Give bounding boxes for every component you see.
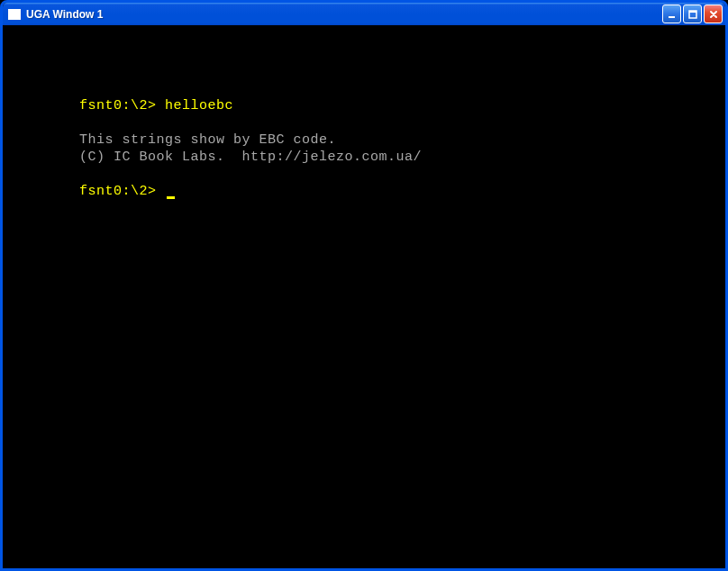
command-line-2: fsnt0:\2> (79, 183, 725, 200)
app-icon (8, 9, 21, 20)
close-icon (708, 9, 719, 20)
maximize-icon (687, 9, 698, 20)
close-button[interactable] (704, 5, 723, 23)
svg-rect-0 (669, 16, 675, 18)
application-window: UGA Window 1 fsnt0:\2> helloebc (0, 0, 728, 571)
output-line-1: This strings show by EBC code. (79, 131, 725, 149)
svg-rect-2 (689, 11, 696, 13)
window-controls (662, 5, 723, 23)
cursor (167, 196, 175, 199)
command-line-1: fsnt0:\2> helloebc (79, 97, 725, 114)
prompt-1: fsnt0:\2> (79, 98, 165, 113)
window-title: UGA Window 1 (26, 8, 662, 21)
output-line-2: (C) IC Book Labs. http://jelezo.com.ua/ (79, 149, 725, 166)
terminal-area[interactable]: fsnt0:\2> helloebc This strings show by … (3, 25, 725, 568)
command-1: helloebc (165, 98, 233, 113)
minimize-icon (667, 9, 678, 20)
minimize-button[interactable] (662, 5, 681, 23)
maximize-button[interactable] (683, 5, 702, 23)
blank-line (79, 166, 725, 183)
blank-line (79, 114, 725, 131)
prompt-2: fsnt0:\2> (79, 184, 165, 199)
titlebar[interactable]: UGA Window 1 (3, 3, 725, 25)
